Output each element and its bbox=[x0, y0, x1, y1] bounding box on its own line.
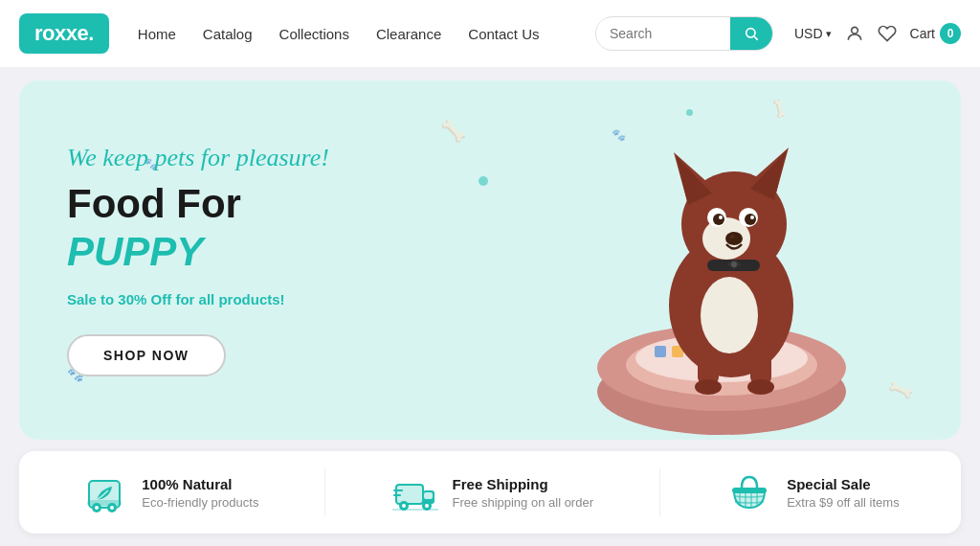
svg-point-30 bbox=[729, 235, 735, 239]
hero-subtitle: PUPPY bbox=[67, 230, 329, 274]
hero-banner: 🦴 🦴 🐾 🐾 🦴 🐾 We keep pets for pleasure! F… bbox=[19, 80, 961, 440]
deco-dot-1 bbox=[479, 176, 488, 186]
main-content: 🦴 🦴 🐾 🐾 🦴 🐾 We keep pets for pleasure! F… bbox=[0, 67, 980, 546]
cart-count: 0 bbox=[940, 23, 961, 44]
account-button[interactable] bbox=[845, 24, 864, 43]
hero-dog-image bbox=[559, 95, 884, 440]
svg-line-1 bbox=[754, 36, 758, 40]
nav-collections[interactable]: Collections bbox=[279, 26, 349, 42]
divider-1 bbox=[324, 468, 325, 516]
svg-point-15 bbox=[701, 277, 758, 353]
svg-point-49 bbox=[402, 504, 406, 508]
svg-point-28 bbox=[750, 216, 754, 219]
main-nav: Home Catalog Collections Clearance Conta… bbox=[138, 26, 576, 42]
basket-icon bbox=[726, 469, 772, 515]
nav-contact[interactable]: Contact Us bbox=[468, 26, 539, 42]
sale-text: Special Sale Extra $9 off all items bbox=[787, 476, 900, 510]
hero-title: Food For bbox=[67, 182, 329, 226]
wishlist-button[interactable] bbox=[878, 24, 897, 43]
shipping-title: Free Shipping bbox=[453, 476, 593, 492]
feature-shipping: Free Shipping Free shipping on all order bbox=[391, 468, 593, 516]
user-icon bbox=[845, 24, 864, 43]
nav-catalog[interactable]: Catalog bbox=[203, 26, 253, 42]
cart-label: Cart bbox=[910, 26, 935, 41]
hero-sale-percent: 30% bbox=[118, 291, 146, 307]
sale-title: Special Sale bbox=[787, 476, 900, 492]
search-bar bbox=[595, 16, 773, 51]
natural-desc: Eco-friendly products bbox=[142, 495, 258, 510]
search-button[interactable] bbox=[730, 17, 772, 50]
svg-point-18 bbox=[695, 379, 722, 395]
shipping-icon bbox=[391, 468, 439, 516]
svg-rect-47 bbox=[424, 492, 433, 499]
svg-point-27 bbox=[719, 216, 723, 219]
shipping-text: Free Shipping Free shipping on all order bbox=[453, 476, 593, 510]
hero-tagline: We keep pets for pleasure! bbox=[67, 144, 329, 172]
deco-bone-3: 🦴 bbox=[886, 375, 917, 404]
natural-text: 100% Natural Eco-friendly products bbox=[142, 476, 258, 510]
svg-point-41 bbox=[95, 506, 99, 510]
svg-point-38 bbox=[731, 262, 737, 267]
svg-rect-45 bbox=[396, 485, 423, 504]
svg-point-2 bbox=[851, 27, 858, 34]
feature-sale: Special Sale Extra $9 off all items bbox=[725, 468, 900, 516]
svg-point-29 bbox=[725, 232, 743, 245]
heart-icon bbox=[878, 24, 897, 43]
search-icon bbox=[744, 26, 759, 41]
shipping-truck-icon bbox=[392, 469, 438, 515]
svg-point-43 bbox=[110, 506, 114, 510]
svg-point-0 bbox=[746, 29, 755, 37]
svg-point-26 bbox=[745, 214, 756, 225]
svg-rect-7 bbox=[655, 346, 666, 357]
natural-title: 100% Natural bbox=[142, 476, 258, 492]
nav-clearance[interactable]: Clearance bbox=[376, 26, 441, 42]
svg-point-25 bbox=[713, 214, 724, 225]
divider-2 bbox=[659, 468, 660, 516]
hero-sale-text: Sale to 30% Off for all products! bbox=[67, 291, 329, 307]
sale-icon bbox=[725, 468, 773, 516]
natural-icon bbox=[80, 468, 128, 516]
sale-desc: Extra $9 off all items bbox=[787, 495, 900, 510]
shop-now-button[interactable]: SHOP NOW bbox=[67, 334, 226, 376]
dog-svg bbox=[559, 95, 884, 440]
svg-point-51 bbox=[425, 504, 429, 508]
leaf-truck-icon bbox=[81, 469, 127, 515]
header: roxxe. Home Catalog Collections Clearanc… bbox=[0, 0, 980, 67]
deco-bone-1: 🦴 bbox=[440, 119, 466, 144]
feature-natural: 100% Natural Eco-friendly products bbox=[80, 468, 258, 516]
svg-rect-59 bbox=[732, 488, 767, 493]
nav-home[interactable]: Home bbox=[138, 26, 176, 42]
cart-button[interactable]: Cart 0 bbox=[910, 23, 961, 44]
search-input[interactable] bbox=[596, 18, 730, 49]
currency-selector[interactable]: USD bbox=[794, 26, 832, 41]
svg-rect-44 bbox=[87, 500, 122, 506]
logo[interactable]: roxxe. bbox=[19, 13, 109, 54]
shipping-desc: Free shipping on all order bbox=[453, 495, 593, 510]
features-bar: 100% Natural Eco-friendly products bbox=[19, 451, 961, 534]
header-actions: USD Cart 0 bbox=[794, 23, 961, 44]
svg-point-19 bbox=[747, 379, 774, 395]
hero-content: We keep pets for pleasure! Food For PUPP… bbox=[19, 105, 377, 415]
